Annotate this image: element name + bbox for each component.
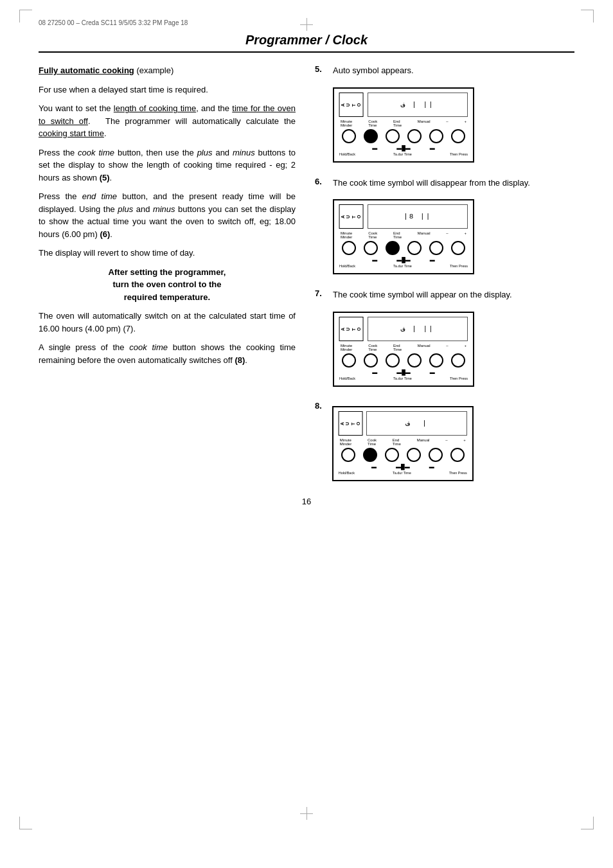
step-6-number: 6. — [315, 177, 328, 278]
btn-plus-6[interactable] — [451, 241, 465, 255]
btn-cook-6[interactable] — [364, 241, 378, 255]
step-7-content: The cook time symbol will appear on the … — [333, 288, 574, 389]
btn-manual-8[interactable] — [407, 448, 421, 462]
display-content-7: ف | || — [401, 324, 434, 333]
btn-manual-5[interactable] — [407, 129, 422, 143]
ref5: (5) — [100, 173, 110, 182]
btn-minute-7[interactable] — [342, 353, 356, 368]
blbl-tadur-5: Ta.dur Time — [393, 152, 412, 156]
btn-manual-6[interactable] — [407, 241, 422, 255]
bottom-labels-5: Hold/Back Ta.dur Time Then Press — [339, 152, 468, 156]
btn-manual-7[interactable] — [407, 353, 422, 368]
blbl-hold-7: Hold/Back — [339, 376, 355, 380]
slider-left-7: ▬ — [372, 369, 377, 375]
step-5-content: Auto symbol appears. AUTO ف | || — [333, 64, 574, 165]
btn-minus-5[interactable] — [429, 129, 443, 143]
btn-minus-8[interactable] — [429, 448, 443, 462]
slider-right-8: ▬ — [429, 464, 434, 470]
slider-left-5: ▬ — [372, 145, 377, 151]
btn-plus-7[interactable] — [451, 353, 465, 368]
section2-line3: required temperature. — [124, 292, 210, 302]
lbl-minute-6: MinuteMinder — [341, 231, 352, 239]
step-5-text: Auto symbol appears. — [333, 64, 574, 77]
oven-diagram-7: AUTO ف | || MinuteMinder CookTime EndTim… — [333, 312, 474, 387]
plus-italic2: plus — [118, 204, 133, 214]
cook-time-italic1: cook time — [78, 148, 114, 157]
display-content-6: |8 || — [404, 213, 431, 220]
btn-end-6[interactable] — [386, 241, 400, 255]
diagram-7: AUTO ف | || MinuteMinder CookTime EndTim… — [333, 306, 574, 389]
para2: You want to set the length of cooking ti… — [39, 102, 296, 140]
step-6: 6. The cook time symbol will disappear f… — [315, 177, 574, 278]
display-row-7: AUTO ف | || — [339, 317, 468, 341]
section2-heading: After setting the programmer, turn the o… — [39, 266, 296, 304]
btn-cook-7[interactable] — [364, 353, 378, 368]
blbl-tadur-8: Ta.dur Time — [393, 471, 411, 475]
buttons-5 — [339, 129, 468, 143]
labels-6: MinuteMinder CookTime EndTime Manual – + — [339, 231, 468, 239]
page-container: 08 27250 00 – Creda SC11 9/5/05 3:32 PM … — [0, 0, 613, 868]
btn-end-5[interactable] — [386, 129, 400, 143]
auto-indicator-6: AUTO — [339, 204, 364, 229]
lbl-minus-5: – — [446, 120, 448, 127]
btn-cook-5[interactable] — [364, 129, 378, 143]
underline-length: length of cooking time — [114, 103, 196, 113]
slider-left-8: ▬ — [371, 464, 377, 470]
btn-plus-5[interactable] — [451, 129, 465, 143]
page-title: Programmer / Clock — [39, 33, 574, 53]
step-6-content: The cook time symbol will disappear from… — [333, 177, 574, 278]
lbl-end-8: EndTime — [393, 438, 401, 446]
step-6-text: The cook time symbol will disappear from… — [333, 177, 574, 190]
lbl-minus-8: – — [445, 438, 447, 446]
btn-cook-8[interactable] — [363, 448, 377, 462]
cook-time-italic2: cook time — [129, 342, 168, 352]
minus-italic: minus — [233, 148, 255, 157]
para7: A single press of the cook time button s… — [39, 341, 296, 366]
sliders-5: ▬ ▬█▬ ▬ — [339, 145, 468, 151]
display-screen-6: |8 || — [368, 204, 468, 229]
sliders-6: ▬ ▬█▬ ▬ — [339, 257, 468, 263]
btn-minute-8[interactable] — [341, 448, 355, 462]
bottom-labels-8: Hold/Back Ta.dur Time Then Press — [339, 471, 467, 475]
section2-line2: turn the oven control to the — [113, 279, 222, 289]
section1-heading: Fully automatic cooking — [39, 66, 134, 75]
blbl-then-6: Then Press — [450, 264, 468, 268]
display-screen-7: ف | || — [368, 317, 468, 341]
blbl-tadur-6: Ta.dur Time — [393, 264, 412, 268]
lbl-minute-5: MinuteMinder — [341, 120, 352, 127]
lbl-end-7: EndTime — [393, 344, 402, 351]
auto-indicator-5: AUTO — [339, 93, 364, 117]
para1: For use when a delayed start time is req… — [39, 84, 296, 96]
btn-plus-8[interactable] — [450, 448, 465, 462]
lbl-minus-7: – — [446, 344, 448, 351]
bottom-labels-7: Hold/Back Ta.dur Time Then Press — [339, 376, 468, 380]
lbl-cook-7: CookTime — [368, 344, 377, 351]
buttons-8 — [339, 448, 467, 462]
oven-diagram-8: AUTO ف | MinuteMinder CookTime EndTime M… — [332, 406, 474, 481]
slider-right-6: ▬ — [430, 257, 435, 263]
labels-7: MinuteMinder CookTime EndTime Manual – + — [339, 344, 468, 351]
step-7-text: The cook time symbol will appear on the … — [333, 288, 574, 301]
btn-minus-7[interactable] — [429, 353, 443, 368]
ref8: (8) — [235, 355, 245, 365]
diagram-8: AUTO ف | MinuteMinder CookTime EndTime M… — [332, 401, 474, 484]
display-content-8: ف | — [405, 419, 427, 427]
btn-end-8[interactable] — [385, 448, 399, 462]
section1-heading-para: Fully automatic cooking (example) — [39, 64, 296, 77]
btn-minute-5[interactable] — [342, 129, 356, 143]
step-7-number: 7. — [315, 288, 328, 389]
btn-minute-6[interactable] — [342, 241, 356, 255]
lbl-cook-6: CookTime — [368, 231, 377, 239]
blbl-then-7: Then Press — [450, 376, 468, 380]
auto-indicator-8: AUTO — [339, 411, 363, 436]
btn-minus-6[interactable] — [429, 241, 443, 255]
buttons-7 — [339, 353, 468, 368]
blbl-then-8: Then Press — [449, 471, 467, 475]
btn-end-7[interactable] — [386, 353, 400, 368]
bottom-labels-6: Hold/Back Ta.dur Time Then Press — [339, 264, 468, 268]
display-screen-5: ف | || — [368, 93, 468, 117]
sliders-7: ▬ ▬█▬ ▬ — [339, 369, 468, 375]
step-5: 5. Auto symbol appears. AUTO ف | || — [315, 64, 574, 165]
oven-diagram-6: AUTO |8 || MinuteMinder CookTime EndTime… — [333, 199, 474, 274]
plus-italic: plus — [197, 148, 213, 157]
